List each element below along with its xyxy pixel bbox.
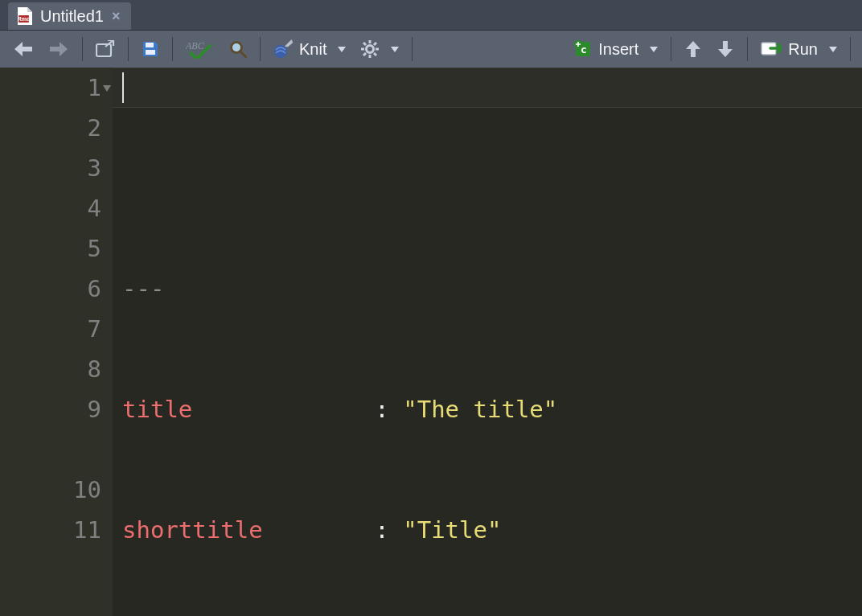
chevron-down-icon <box>829 47 837 52</box>
nav-fwd-button[interactable] <box>47 39 71 60</box>
run-icon <box>761 40 782 58</box>
search-icon <box>229 40 247 58</box>
active-line-highlight <box>113 68 862 108</box>
knit-label: Knit <box>299 40 326 59</box>
code-area[interactable]: --- title : "The title" shorttitle : "Ti… <box>113 68 862 616</box>
insert-chunk-button[interactable]: c Insert <box>573 39 659 60</box>
svg-rect-4 <box>146 50 155 55</box>
show-in-new-window-button[interactable] <box>94 39 117 60</box>
line-number-gutter: 1 2 3 4 5 6 7 8 9 10 11 <box>0 68 113 616</box>
svg-rect-3 <box>146 43 154 47</box>
code-editor[interactable]: 1 2 3 4 5 6 7 8 9 10 11 --- title : "The… <box>0 68 862 616</box>
tab-title: Untitled1 <box>40 8 104 24</box>
next-chunk-button[interactable] <box>715 38 736 60</box>
knit-icon <box>273 39 293 59</box>
chevron-down-icon <box>650 47 658 52</box>
insert-chunk-icon: c <box>574 40 592 58</box>
svg-rect-2 <box>96 44 111 56</box>
find-replace-button[interactable] <box>228 39 248 60</box>
prev-chunk-button[interactable] <box>683 38 704 60</box>
chevron-down-icon <box>391 47 399 52</box>
spellcheck-icon: ABC <box>186 39 215 59</box>
svg-text:Rmd: Rmd <box>18 16 31 22</box>
tabstrip: Rmd Untitled1 × <box>0 0 862 31</box>
document-options-button[interactable] <box>359 38 400 60</box>
spellcheck-button[interactable]: ABC <box>184 38 216 60</box>
svg-text:ABC: ABC <box>186 40 205 51</box>
insert-label: Insert <box>598 40 638 59</box>
arrow-down-icon <box>716 39 734 59</box>
run-label: Run <box>788 40 818 59</box>
nav-back-button[interactable] <box>11 39 35 60</box>
toolbar: ABC Knit <box>0 31 862 68</box>
gear-icon <box>360 39 380 59</box>
svg-point-7 <box>232 43 240 51</box>
fold-icon[interactable] <box>103 85 111 92</box>
arrow-left-icon <box>13 40 34 58</box>
chevron-down-icon <box>338 47 346 52</box>
save-icon <box>142 40 159 58</box>
tab-untitled1[interactable]: Rmd Untitled1 × <box>8 2 131 30</box>
text-cursor <box>122 72 124 103</box>
svg-point-9 <box>367 46 374 53</box>
tab-close-button[interactable]: × <box>112 9 121 23</box>
arrow-up-icon <box>684 39 702 59</box>
arrow-right-icon <box>48 40 69 58</box>
rmd-file-icon: Rmd <box>16 7 32 25</box>
popout-icon <box>96 40 115 58</box>
run-button[interactable]: Run <box>759 39 839 60</box>
save-button[interactable] <box>140 39 161 60</box>
knit-button[interactable]: Knit <box>272 38 347 60</box>
